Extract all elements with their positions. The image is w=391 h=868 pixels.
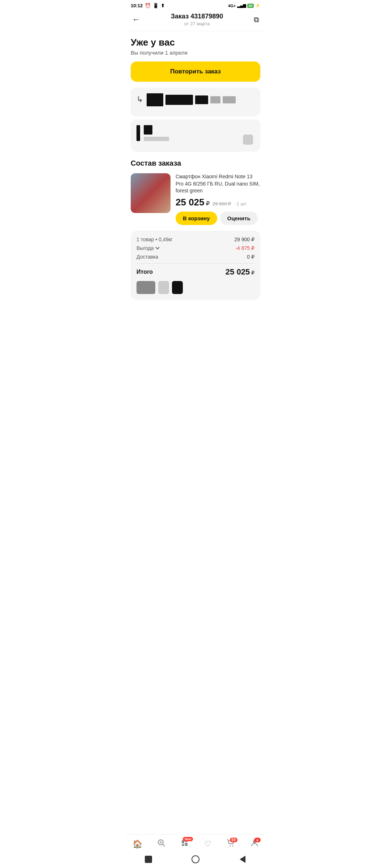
summary-delivery-label: Доставка — [136, 254, 158, 260]
location-icon: ↳ — [136, 93, 143, 104]
back-button[interactable]: ← — [131, 13, 142, 26]
block-3 — [195, 95, 208, 104]
charging-icon: ⚡ — [255, 3, 260, 8]
block-5 — [223, 96, 236, 103]
price-rub: ₽ — [205, 200, 210, 207]
order-title: Заказ 431879890 — [171, 13, 223, 20]
payment-logo-3 — [172, 281, 183, 294]
order-header: ← Заказ 431879890 от 27 марта ⧉ — [125, 10, 266, 31]
product-info: Смартфон Xiaomi Redmi Note 13 Pro 4G 8/2… — [176, 173, 260, 225]
order-date: от 27 марта — [171, 21, 223, 26]
total-amount: 25 025 — [226, 267, 250, 276]
total-rub: ₽ — [250, 270, 255, 276]
summary-items-value: 29 900 ₽ — [234, 237, 255, 242]
main-content: Уже у вас Вы получили 1 апреля Повторить… — [125, 31, 266, 343]
status-dot — [243, 135, 253, 145]
summary-items-label: 1 товар • 0,49кг — [136, 237, 173, 242]
icon-stripe — [136, 125, 140, 141]
order-status-title: Уже у вас — [131, 37, 260, 48]
alarm-icon: ⏰ — [145, 3, 151, 8]
card2-content — [144, 125, 169, 141]
repeat-order-button[interactable]: Повторить заказ — [131, 61, 260, 82]
status-indicators: 4G+ ▂▄▆ 60 ⚡ — [228, 3, 260, 8]
summary-divider — [136, 263, 255, 264]
block-4 — [210, 96, 220, 103]
summary-discount-value: -4 875 ₽ — [235, 245, 255, 251]
product-card: Смартфон Xiaomi Redmi Note 13 Pro 4G 8/2… — [131, 173, 260, 225]
order-composition-title: Состав заказа — [131, 159, 260, 167]
status-time: 10:12 ⏰ 📱 ⬆ — [131, 3, 165, 8]
summary-items-row: 1 товар • 0,49кг 29 900 ₽ — [136, 237, 255, 242]
block-1 — [147, 93, 163, 106]
status-bar: 10:12 ⏰ 📱 ⬆ 4G+ ▂▄▆ 60 ⚡ — [125, 0, 266, 10]
payment-logos — [136, 281, 255, 294]
summary-card: 1 товар • 0,49кг 29 900 ₽ Выгода -4 875 … — [131, 231, 260, 300]
chevron-down-icon[interactable] — [155, 246, 159, 250]
network-label: 4G+ — [228, 4, 236, 8]
summary-delivery-row: Доставка 0 ₽ — [136, 254, 255, 260]
payment-logo-1 — [136, 281, 155, 294]
summary-total-row: Итого 25 025 ₽ — [136, 267, 255, 277]
product-name: Смартфон Xiaomi Redmi Note 13 Pro 4G 8/2… — [176, 173, 260, 195]
qty-value: 1 шт — [237, 201, 247, 207]
time-label: 10:12 — [131, 3, 143, 8]
order-status-desc: Вы получили 1 апреля — [131, 50, 260, 56]
summary-total-value: 25 025 ₽ — [226, 267, 255, 277]
product-price-row: 25 025 ₽ 29 900 ₽ · 1 шт — [176, 197, 260, 208]
upload-icon: ⬆ — [161, 3, 165, 8]
battery-label: 60 — [247, 4, 254, 8]
summary-total-label: Итого — [136, 269, 153, 275]
payment-logo-2 — [158, 281, 169, 294]
product-actions: В корзину Оценить — [176, 212, 260, 225]
tracking-row-2 — [136, 125, 255, 141]
block-2 — [165, 95, 193, 105]
tracking-card-1: ↳ — [131, 88, 260, 116]
product-image[interactable] — [131, 173, 171, 213]
summary-discount-row: Выгода -4 875 ₽ — [136, 245, 255, 251]
order-status-section: Уже у вас Вы получили 1 апреля — [131, 37, 260, 56]
text-blk — [144, 137, 169, 141]
product-price-value: 25 025 — [176, 197, 205, 208]
add-to-cart-button[interactable]: В корзину — [176, 212, 217, 225]
tracking-row: ↳ — [136, 93, 255, 106]
review-button[interactable]: Оценить — [220, 212, 258, 225]
copy-order-button[interactable]: ⧉ — [252, 14, 260, 25]
product-qty: · 1 шт — [234, 201, 246, 207]
product-price: 25 025 ₽ — [176, 197, 210, 208]
summary-discount-label: Выгода — [136, 245, 159, 251]
signal-icon: ▂▄▆ — [237, 3, 246, 8]
header-center: Заказ 431879890 от 27 марта — [171, 13, 223, 26]
product-old-price: 29 900 ₽ — [213, 201, 231, 207]
icon-sq — [144, 125, 152, 135]
summary-delivery-value: 0 ₽ — [247, 254, 255, 260]
tracking-blocks — [147, 93, 236, 106]
whatsapp-icon: 📱 — [153, 3, 159, 8]
product-img-inner — [131, 173, 171, 213]
tracking-card-2 — [131, 119, 260, 152]
